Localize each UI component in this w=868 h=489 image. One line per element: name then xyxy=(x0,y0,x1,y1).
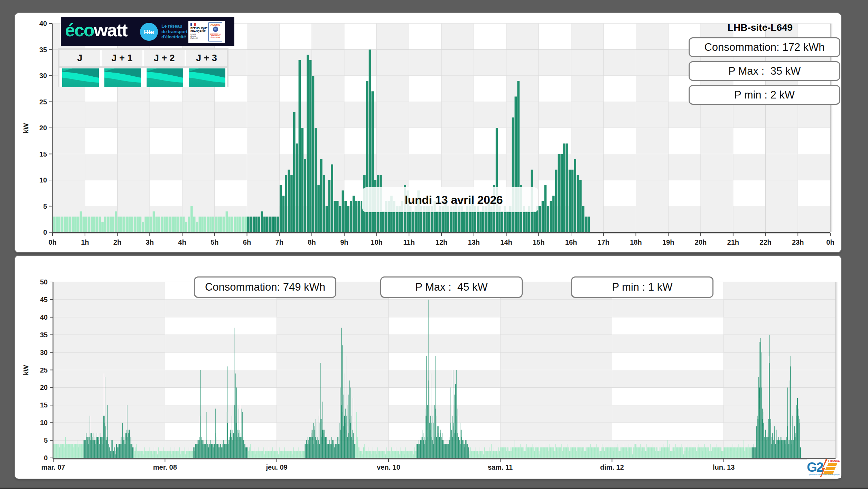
svg-text:50: 50 xyxy=(40,278,48,286)
svg-text:dim. 12: dim. 12 xyxy=(600,463,624,471)
svg-text:16h: 16h xyxy=(565,238,577,246)
svg-text:35: 35 xyxy=(40,331,48,339)
svg-text:19h: 19h xyxy=(662,238,674,246)
svg-text:18h: 18h xyxy=(630,238,642,246)
svg-text:sam. 11: sam. 11 xyxy=(488,463,513,471)
svg-text:G2: G2 xyxy=(807,460,823,474)
svg-text:10h: 10h xyxy=(371,238,382,246)
svg-text:30: 30 xyxy=(40,349,48,356)
svg-text:22h: 22h xyxy=(759,238,771,246)
svg-text:ven. 10: ven. 10 xyxy=(377,463,400,471)
svg-text:3h: 3h xyxy=(146,238,154,246)
svg-text:5: 5 xyxy=(43,203,47,210)
svg-text:20: 20 xyxy=(39,124,47,132)
svg-text:13h: 13h xyxy=(468,238,480,246)
svg-text:4h: 4h xyxy=(178,238,186,246)
svg-text:30: 30 xyxy=(39,72,47,79)
svg-text:12h: 12h xyxy=(436,238,447,246)
svg-text:6h: 6h xyxy=(243,238,251,246)
svg-text:1h: 1h xyxy=(81,238,89,246)
svg-text:40: 40 xyxy=(39,20,47,27)
svg-text:15h: 15h xyxy=(533,238,544,246)
svg-text:lun. 13: lun. 13 xyxy=(713,463,735,471)
svg-text:0h: 0h xyxy=(826,238,834,246)
svg-text:5: 5 xyxy=(44,436,48,444)
svg-text:8h: 8h xyxy=(308,238,316,246)
svg-text:7h: 7h xyxy=(276,238,283,246)
svg-text:Rte: Rte xyxy=(144,28,154,36)
svg-text:mar. 07: mar. 07 xyxy=(41,463,65,471)
svg-text:10: 10 xyxy=(39,176,47,184)
svg-text:0h: 0h xyxy=(48,238,56,246)
svg-text:21h: 21h xyxy=(727,238,739,246)
svg-text:9h: 9h xyxy=(340,238,348,246)
svg-text:mer. 08: mer. 08 xyxy=(153,463,177,471)
svg-text:25: 25 xyxy=(39,98,47,106)
svg-text:Optimisation des ressources én: Optimisation des ressources énergétiques xyxy=(808,473,840,476)
svg-text:0: 0 xyxy=(44,454,48,462)
svg-text:5h: 5h xyxy=(211,238,218,246)
svg-text:17h: 17h xyxy=(598,238,609,246)
svg-text:2h: 2h xyxy=(113,238,121,246)
svg-text:15: 15 xyxy=(39,150,47,158)
svg-text:kW: kW xyxy=(22,123,30,133)
svg-text:45: 45 xyxy=(40,296,48,303)
svg-text:FRANCE: FRANCE xyxy=(828,459,840,462)
svg-text:14h: 14h xyxy=(500,238,512,246)
svg-text:kW: kW xyxy=(22,365,30,375)
svg-text:23h: 23h xyxy=(792,238,804,246)
svg-text:25: 25 xyxy=(40,366,48,374)
svg-text:35: 35 xyxy=(39,46,47,54)
svg-text:40: 40 xyxy=(40,313,48,321)
svg-text:20h: 20h xyxy=(695,238,707,246)
svg-text:0: 0 xyxy=(43,228,47,236)
svg-text:jeu. 09: jeu. 09 xyxy=(265,463,287,471)
svg-text:20: 20 xyxy=(40,384,48,391)
svg-text:15: 15 xyxy=(40,401,48,409)
svg-text:11h: 11h xyxy=(403,238,415,246)
svg-text:10: 10 xyxy=(40,419,48,426)
